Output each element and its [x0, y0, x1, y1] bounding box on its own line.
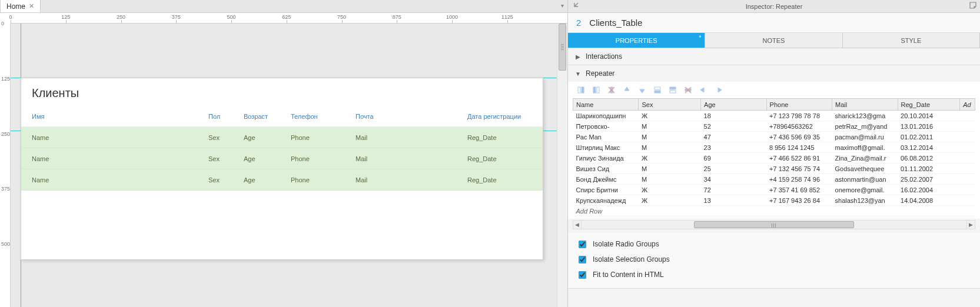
grid-cell[interactable]: 13: [701, 195, 766, 206]
move-right-icon[interactable]: [714, 85, 723, 95]
grid-cell[interactable]: 23: [701, 142, 766, 153]
grid-row[interactable]: Вишез СидМ25+7 132 456 75 74Godsavethequ…: [573, 163, 975, 174]
grid-cell[interactable]: 52: [701, 121, 766, 132]
section-repeater[interactable]: ▼ Repeater: [568, 65, 980, 82]
note-icon[interactable]: [969, 2, 976, 10]
grid-cell[interactable]: 06.08.2012: [898, 153, 960, 163]
tab-home[interactable]: Home ✕: [0, 0, 41, 12]
grid-cell[interactable]: Штирлиц Макс: [573, 142, 639, 153]
grid-col-header[interactable]: Reg_Date: [898, 99, 960, 111]
tab-notes[interactable]: NOTES: [705, 33, 842, 48]
grid-cell[interactable]: astonmartin@uan: [832, 174, 898, 185]
grid-cell[interactable]: +7 167 943 26 84: [766, 195, 832, 206]
grid-add-column[interactable]: Ad: [960, 99, 975, 111]
collapse-icon[interactable]: [572, 2, 579, 11]
tab-style[interactable]: STYLE: [843, 33, 980, 48]
checkbox-input[interactable]: [579, 241, 586, 248]
grid-cell[interactable]: 25.02.2007: [898, 174, 960, 185]
grid-row[interactable]: Бонд ДжеймсМ34+4 159 258 74 96astonmarti…: [573, 174, 975, 185]
grid-row[interactable]: Петровско-М52+78964563262petrRaz_m@yand1…: [573, 121, 975, 132]
tab-menu-dropdown-icon[interactable]: ▾: [561, 2, 564, 9]
grid-cell[interactable]: +7 466 522 86 91: [766, 153, 832, 163]
scrollbar-thumb[interactable]: [559, 24, 566, 71]
grid-cell[interactable]: 72: [701, 185, 766, 195]
grid-cell[interactable]: [960, 111, 975, 121]
grid-cell[interactable]: Ж: [639, 195, 701, 206]
grid-cell[interactable]: М: [639, 142, 701, 153]
grid-cell[interactable]: sharick123@gma: [832, 111, 898, 121]
grid-cell[interactable]: Godsavethequee: [832, 163, 898, 174]
grid-row[interactable]: ШарикоподшипнЖ18+7 123 798 78 78sharick1…: [573, 111, 975, 121]
grid-cell[interactable]: Спирс Бритни: [573, 185, 639, 195]
grid-cell[interactable]: 25: [701, 163, 766, 174]
add-row-above-icon[interactable]: [653, 85, 662, 95]
repeater-data-grid[interactable]: NameSexAgePhoneMailReg_DateAd Шарикоподш…: [573, 98, 975, 216]
add-row-below-icon[interactable]: [668, 85, 677, 95]
grid-cell[interactable]: [960, 153, 975, 163]
scrollbar-thumb[interactable]: |||: [694, 221, 855, 228]
scrollbar-horizontal[interactable]: ◀ ||| ▶: [573, 220, 975, 229]
grid-cell[interactable]: Ж: [639, 111, 701, 121]
grid-cell[interactable]: Петровско-: [573, 121, 639, 132]
grid-cell[interactable]: 18: [701, 111, 766, 121]
grid-col-header[interactable]: Sex: [639, 99, 701, 111]
table-row[interactable]: NameSexAgePhoneMailReg_Date: [21, 169, 543, 191]
grid-cell[interactable]: 13.01.2016: [898, 121, 960, 132]
canvas[interactable]: Клиенты Имя Пол Возраст Телефон Почта Да…: [11, 24, 567, 307]
grid-cell[interactable]: shalash123@yan: [832, 195, 898, 206]
move-up-icon[interactable]: [622, 85, 632, 95]
object-name[interactable]: Clients_Table: [589, 18, 642, 28]
grid-cell[interactable]: Крупскаянадежд: [573, 195, 639, 206]
grid-cell[interactable]: [960, 163, 975, 174]
grid-cell[interactable]: 01.11.2002: [898, 163, 960, 174]
grid-cell[interactable]: 8 956 124 1245: [766, 142, 832, 153]
grid-cell[interactable]: +4 159 258 74 96: [766, 174, 832, 185]
table-row[interactable]: NameSexAgePhoneMailReg_Date: [21, 148, 543, 169]
grid-cell[interactable]: +78964563262: [766, 121, 832, 132]
tab-properties[interactable]: PROPERTIES: [568, 33, 705, 48]
grid-cell[interactable]: petrRaz_m@yand: [832, 121, 898, 132]
grid-cell[interactable]: Вишез Сид: [573, 163, 639, 174]
grid-cell[interactable]: Ж: [639, 185, 701, 195]
grid-row[interactable]: КрупскаянадеждЖ13+7 167 943 26 84shalash…: [573, 195, 975, 206]
grid-cell[interactable]: 34: [701, 174, 766, 185]
grid-cell[interactable]: pacman@mail.ru: [832, 132, 898, 142]
grid-cell[interactable]: Шарикоподшипн: [573, 111, 639, 121]
checkbox-input[interactable]: [579, 256, 586, 263]
grid-cell[interactable]: [960, 195, 975, 206]
grid-cell[interactable]: [960, 132, 975, 142]
grid-cell[interactable]: 14.04.2008: [898, 195, 960, 206]
grid-cell[interactable]: 16.02.2004: [898, 185, 960, 195]
grid-cell[interactable]: +7 123 798 78 78: [766, 111, 832, 121]
scroll-left-icon[interactable]: ◀: [573, 221, 582, 229]
table-row[interactable]: NameSexAgePhoneMailReg_Date: [21, 127, 543, 148]
grid-cell[interactable]: Ж: [639, 153, 701, 163]
checkbox-input[interactable]: [579, 271, 586, 279]
scrollbar-vertical[interactable]: [557, 24, 567, 307]
grid-cell[interactable]: [960, 121, 975, 132]
grid-row[interactable]: Штирлиц МаксМ238 956 124 1245maximoff@gm…: [573, 142, 975, 153]
grid-col-header[interactable]: Mail: [832, 99, 898, 111]
grid-cell[interactable]: [960, 174, 975, 185]
grid-cell[interactable]: Pac Man: [573, 132, 639, 142]
grid-cell[interactable]: +7 132 456 75 74: [766, 163, 832, 174]
grid-cell[interactable]: 03.12.2014: [898, 142, 960, 153]
checkbox-fit-content[interactable]: Fit to Content in HTML: [576, 267, 972, 282]
grid-cell[interactable]: [960, 142, 975, 153]
page-widget[interactable]: Клиенты Имя Пол Возраст Телефон Почта Да…: [21, 78, 543, 260]
grid-cell[interactable]: [960, 185, 975, 195]
move-down-icon[interactable]: [637, 85, 647, 95]
grid-cell[interactable]: М: [639, 174, 701, 185]
grid-cell[interactable]: maximoff@gmail.: [832, 142, 898, 153]
add-column-left-icon[interactable]: [576, 85, 586, 95]
grid-cell[interactable]: onemore@gmail.: [832, 185, 898, 195]
grid-cell[interactable]: Бонд Джеймс: [573, 174, 639, 185]
add-column-right-icon[interactable]: [592, 85, 601, 95]
grid-row[interactable]: Pac ManМ47+7 436 596 69 35pacman@mail.ru…: [573, 132, 975, 142]
grid-cell[interactable]: Гипиус Зинаида: [573, 153, 639, 163]
move-left-icon[interactable]: [699, 85, 708, 95]
grid-col-header[interactable]: Age: [701, 99, 766, 111]
close-icon[interactable]: ✕: [29, 2, 34, 10]
checkbox-isolate-radio[interactable]: Isolate Radio Groups: [576, 236, 972, 252]
grid-col-header[interactable]: Phone: [766, 99, 832, 111]
